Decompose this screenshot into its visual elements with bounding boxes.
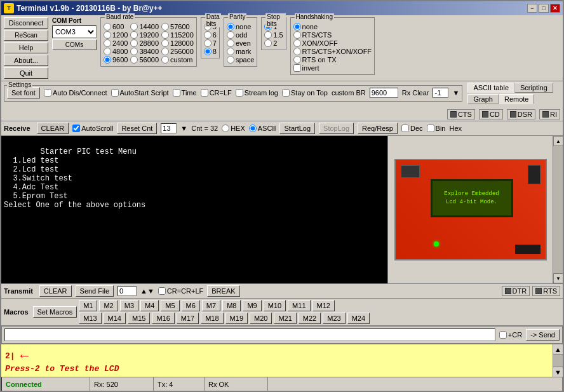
macro-m15[interactable]: M15	[128, 313, 150, 324]
macro-m2[interactable]: M2	[99, 300, 117, 311]
set-font-button[interactable]: Set font	[7, 87, 40, 98]
main-scrollbar[interactable]: ▲ ▼	[553, 136, 563, 283]
cr-cr-lf-check[interactable]: CR=CR+LF	[158, 287, 203, 295]
macro-m23[interactable]: M23	[323, 313, 345, 324]
data-7[interactable]: 7	[204, 39, 217, 47]
hs-both[interactable]: RTS/CTS+XON/XOFF	[293, 48, 372, 55]
parity-even[interactable]: even	[227, 39, 254, 47]
ascii-radio[interactable]: ASCII	[249, 125, 276, 132]
time-check[interactable]: Time	[173, 89, 197, 97]
help-button[interactable]: Help	[4, 42, 48, 53]
baud-4800[interactable]: 4800	[104, 48, 128, 55]
macro-m22[interactable]: M22	[299, 313, 321, 324]
parity-odd[interactable]: odd	[227, 31, 254, 39]
stop-1-5[interactable]: 1.5	[264, 31, 283, 39]
scroll-track[interactable]	[553, 146, 563, 273]
macro-m1[interactable]: M1	[79, 300, 97, 311]
maximize-button[interactable]: □	[539, 4, 549, 13]
transmit-value-input[interactable]	[117, 286, 137, 296]
graph-tab[interactable]: Graph	[467, 94, 499, 104]
scroll-down-button[interactable]: ▼	[553, 273, 563, 283]
baud-14400[interactable]: 14400	[130, 23, 159, 30]
rescan-button[interactable]: ReScan	[4, 30, 48, 41]
macro-m6[interactable]: M6	[182, 300, 200, 311]
macro-m9[interactable]: M9	[243, 300, 261, 311]
about-button[interactable]: About...	[4, 55, 48, 66]
com-port-select[interactable]: COM3	[52, 25, 97, 38]
hex-radio[interactable]: HEX	[222, 125, 245, 132]
req-resp-button[interactable]: Req/Resp	[358, 123, 398, 134]
macro-m24[interactable]: M24	[347, 313, 370, 324]
rx-clear-input[interactable]	[433, 88, 448, 98]
macro-m12[interactable]: M12	[312, 300, 335, 311]
start-log-button[interactable]: StartLog	[279, 123, 315, 134]
macro-m19[interactable]: M19	[225, 313, 248, 324]
macro-m8[interactable]: M8	[222, 300, 241, 311]
baud-256000[interactable]: 256000	[161, 48, 194, 55]
baud-19200[interactable]: 19200	[130, 31, 159, 39]
parity-mark[interactable]: mark	[227, 48, 254, 55]
parity-space[interactable]: space	[227, 56, 254, 64]
hs-rts-tx[interactable]: RTS on TX	[293, 56, 372, 64]
hs-none[interactable]: none	[293, 23, 372, 30]
data-6[interactable]: 6	[204, 31, 217, 39]
macro-m16[interactable]: M16	[152, 313, 174, 324]
close-button[interactable]: ✕	[550, 4, 560, 13]
macro-m18[interactable]: M18	[201, 313, 223, 324]
disconnect-button[interactable]: Disconnect	[4, 17, 48, 29]
macro-m10[interactable]: M10	[264, 300, 286, 311]
custom-br-input[interactable]	[370, 88, 398, 98]
macro-m14[interactable]: M14	[104, 313, 126, 324]
parity-none[interactable]: none	[227, 23, 254, 30]
stop-log-button[interactable]: StopLog	[319, 123, 354, 134]
remote-tab[interactable]: Remote	[499, 94, 535, 104]
baud-57600[interactable]: 57600	[161, 23, 194, 30]
macro-m11[interactable]: M11	[288, 300, 310, 311]
baud-28800[interactable]: 28800	[130, 39, 159, 47]
ascii-table-tab[interactable]: ASCII table	[467, 83, 514, 93]
stop-2[interactable]: 2	[264, 39, 283, 47]
autoscroll-check[interactable]: AutoScroll	[72, 125, 113, 132]
cnt-input[interactable]	[161, 123, 177, 133]
script-scroll-up[interactable]: ▲	[553, 344, 563, 355]
baud-128000[interactable]: 128000	[161, 39, 194, 47]
macro-m20[interactable]: M20	[250, 313, 272, 324]
send-file-button[interactable]: Send File	[76, 285, 114, 297]
macro-m21[interactable]: M21	[274, 313, 296, 324]
macro-m17[interactable]: M17	[177, 313, 199, 324]
auto-dis-connect-check[interactable]: Auto Dis/Connect	[44, 89, 107, 97]
bin-check[interactable]: Bin	[427, 125, 446, 132]
baud-38400[interactable]: 38400	[130, 48, 159, 55]
receive-clear-button[interactable]: CLEAR	[37, 123, 69, 134]
baud-2400[interactable]: 2400	[104, 39, 128, 47]
baud-56000[interactable]: 56000	[130, 56, 159, 64]
baud-600[interactable]: 600	[104, 23, 128, 30]
cr-check[interactable]: +CR	[499, 331, 522, 339]
macro-m4[interactable]: M4	[140, 300, 159, 311]
terminal-output[interactable]: Starter PIC test Menu 1.Led test 2.Lcd t…	[1, 136, 387, 283]
hs-invert[interactable]: invert	[293, 64, 372, 72]
stream-log-check[interactable]: Stream log	[236, 89, 278, 97]
transmit-clear-button[interactable]: CLEAR	[39, 285, 72, 297]
reset-cnt-button[interactable]: Reset Cnt	[117, 123, 157, 134]
hs-rts-cts[interactable]: RTS/CTS	[293, 31, 372, 39]
script-scroll-down[interactable]: ▼	[553, 367, 563, 377]
break-button[interactable]: BREAK	[207, 285, 239, 297]
minimize-button[interactable]: −	[527, 4, 537, 13]
macro-m3[interactable]: M3	[120, 300, 138, 311]
scripting-tab[interactable]: Scripting	[514, 83, 553, 93]
send-button[interactable]: -> Send	[526, 329, 560, 341]
macro-m13[interactable]: M13	[79, 313, 101, 324]
set-macros-button[interactable]: Set Macros	[33, 306, 77, 318]
macro-m5[interactable]: M5	[161, 300, 179, 311]
scripting-scrollbar[interactable]: ▲ ▼	[553, 344, 563, 377]
cr-lf-check[interactable]: CR=LF	[201, 89, 232, 97]
baud-115200[interactable]: 115200	[161, 31, 194, 39]
baud-9600[interactable]: 9600	[104, 56, 128, 64]
send-input[interactable]	[4, 328, 495, 341]
quit-button[interactable]: Quit	[4, 67, 48, 79]
stay-on-top-check[interactable]: Stay on Top	[282, 89, 328, 97]
macro-m7[interactable]: M7	[202, 300, 220, 311]
autostart-script-check[interactable]: AutoStart Script	[111, 89, 169, 97]
hs-xon-xoff[interactable]: XON/XOFF	[293, 39, 372, 47]
